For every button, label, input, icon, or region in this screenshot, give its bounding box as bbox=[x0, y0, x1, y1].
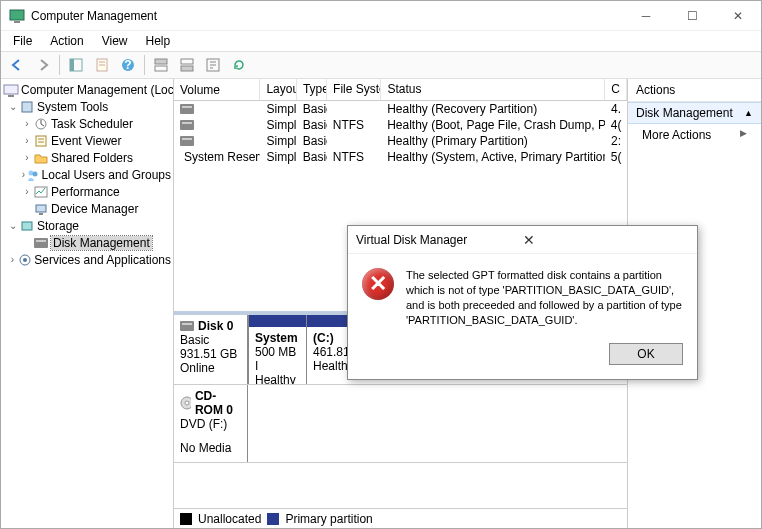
disk-icon bbox=[180, 321, 194, 331]
col-status[interactable]: Status bbox=[381, 79, 604, 100]
volume-icon bbox=[180, 120, 194, 130]
tree-storage[interactable]: ⌄Storage bbox=[3, 217, 171, 234]
partition[interactable]: System 500 MB I Healthy bbox=[248, 315, 306, 384]
col-capacity[interactable]: C bbox=[605, 79, 627, 100]
disk-row[interactable]: CD-ROM 0 DVD (F:) No Media bbox=[174, 385, 627, 463]
svg-rect-11 bbox=[181, 59, 193, 64]
cdrom-icon bbox=[180, 396, 191, 410]
menu-file[interactable]: File bbox=[5, 32, 40, 50]
error-icon: ✕ bbox=[362, 268, 394, 300]
volume-row[interactable]: SimpleBasicHealthy (Recovery Partition)4… bbox=[174, 101, 627, 117]
tree-root[interactable]: Computer Management (Local bbox=[3, 81, 171, 98]
svg-rect-3 bbox=[70, 59, 74, 71]
properties-button[interactable] bbox=[90, 53, 114, 77]
menu-action[interactable]: Action bbox=[42, 32, 91, 50]
dialog-close-button[interactable]: ✕ bbox=[523, 232, 690, 248]
dialog-message: The selected GPT formatted disk contains… bbox=[406, 268, 683, 327]
disk-icon bbox=[34, 238, 48, 248]
dialog-titlebar[interactable]: Virtual Disk Manager ✕ bbox=[348, 226, 697, 254]
svg-rect-23 bbox=[39, 213, 43, 215]
collapse-icon: ▲ bbox=[744, 108, 753, 118]
back-button[interactable] bbox=[5, 53, 29, 77]
volume-row[interactable]: SimpleBasicHealthy (Primary Partition)2: bbox=[174, 133, 627, 149]
toolbar: ? bbox=[1, 51, 761, 79]
legend-primary-swatch bbox=[267, 513, 279, 525]
menubar: File Action View Help bbox=[1, 31, 761, 51]
svg-rect-18 bbox=[36, 136, 46, 146]
svg-rect-12 bbox=[181, 66, 193, 71]
volume-icon bbox=[180, 136, 194, 146]
error-dialog: Virtual Disk Manager ✕ ✕ The selected GP… bbox=[347, 225, 698, 380]
actions-header: Actions bbox=[628, 79, 761, 102]
tree-local-users[interactable]: ›Local Users and Groups bbox=[3, 166, 171, 183]
actions-more[interactable]: More Actions ▶ bbox=[628, 124, 761, 146]
menu-help[interactable]: Help bbox=[138, 32, 179, 50]
maximize-button[interactable]: ☐ bbox=[669, 1, 715, 31]
window-title: Computer Management bbox=[31, 9, 623, 23]
svg-rect-24 bbox=[22, 222, 32, 230]
svg-text:?: ? bbox=[124, 58, 131, 72]
volume-row[interactable]: SimpleBasicNTFSHealthy (Boot, Page File,… bbox=[174, 117, 627, 133]
svg-rect-16 bbox=[22, 102, 32, 112]
volume-icon bbox=[180, 104, 194, 114]
tree-performance[interactable]: ›Performance bbox=[3, 183, 171, 200]
tree-shared-folders[interactable]: ›Shared Folders bbox=[3, 149, 171, 166]
dialog-title: Virtual Disk Manager bbox=[356, 233, 523, 247]
help-button[interactable]: ? bbox=[116, 53, 140, 77]
col-type[interactable]: Type bbox=[297, 79, 327, 100]
svg-rect-15 bbox=[8, 95, 14, 97]
app-icon bbox=[9, 8, 25, 24]
col-filesystem[interactable]: File System bbox=[327, 79, 381, 100]
svg-point-26 bbox=[23, 258, 27, 262]
refresh-button[interactable] bbox=[227, 53, 251, 77]
view-bottom-button[interactable] bbox=[175, 53, 199, 77]
legend-unallocated-label: Unallocated bbox=[198, 512, 261, 526]
tree-services-apps[interactable]: ›Services and Applications bbox=[3, 251, 171, 268]
tree-disk-management[interactable]: Disk Management bbox=[3, 234, 171, 251]
disk-info[interactable]: Disk 0 Basic 931.51 GB Online bbox=[174, 315, 248, 384]
chevron-right-icon: ▶ bbox=[740, 128, 747, 138]
svg-rect-0 bbox=[10, 10, 24, 20]
legend-unallocated-swatch bbox=[180, 513, 192, 525]
forward-button[interactable] bbox=[31, 53, 55, 77]
close-button[interactable]: ✕ bbox=[715, 1, 761, 31]
settings-button[interactable] bbox=[201, 53, 225, 77]
legend: Unallocated Primary partition bbox=[174, 508, 627, 528]
titlebar[interactable]: Computer Management ─ ☐ ✕ bbox=[1, 1, 761, 31]
svg-rect-1 bbox=[14, 21, 20, 23]
show-hide-tree-button[interactable] bbox=[64, 53, 88, 77]
ok-button[interactable]: OK bbox=[609, 343, 683, 365]
tree-task-scheduler[interactable]: ›Task Scheduler bbox=[3, 115, 171, 132]
tree-system-tools[interactable]: ⌄System Tools bbox=[3, 98, 171, 115]
col-layout[interactable]: Layout bbox=[260, 79, 296, 100]
svg-rect-10 bbox=[155, 66, 167, 71]
volume-list-header[interactable]: Volume Layout Type File System Status C bbox=[174, 79, 627, 101]
svg-point-20 bbox=[32, 171, 37, 176]
svg-rect-14 bbox=[4, 85, 18, 94]
actions-context[interactable]: Disk Management ▲ bbox=[628, 102, 761, 124]
disk-info[interactable]: CD-ROM 0 DVD (F:) No Media bbox=[174, 385, 248, 462]
view-top-button[interactable] bbox=[149, 53, 173, 77]
volume-row[interactable]: System Reserved SimpleBasicNTFSHealthy (… bbox=[174, 149, 627, 165]
svg-point-28 bbox=[185, 401, 189, 405]
minimize-button[interactable]: ─ bbox=[623, 1, 669, 31]
menu-view[interactable]: View bbox=[94, 32, 136, 50]
svg-rect-22 bbox=[36, 205, 46, 212]
navigation-tree[interactable]: Computer Management (Local ⌄System Tools… bbox=[1, 79, 174, 528]
tree-device-manager[interactable]: Device Manager bbox=[3, 200, 171, 217]
tree-event-viewer[interactable]: ›Event Viewer bbox=[3, 132, 171, 149]
col-volume[interactable]: Volume bbox=[174, 79, 260, 100]
svg-rect-9 bbox=[155, 59, 167, 64]
legend-primary-label: Primary partition bbox=[285, 512, 372, 526]
